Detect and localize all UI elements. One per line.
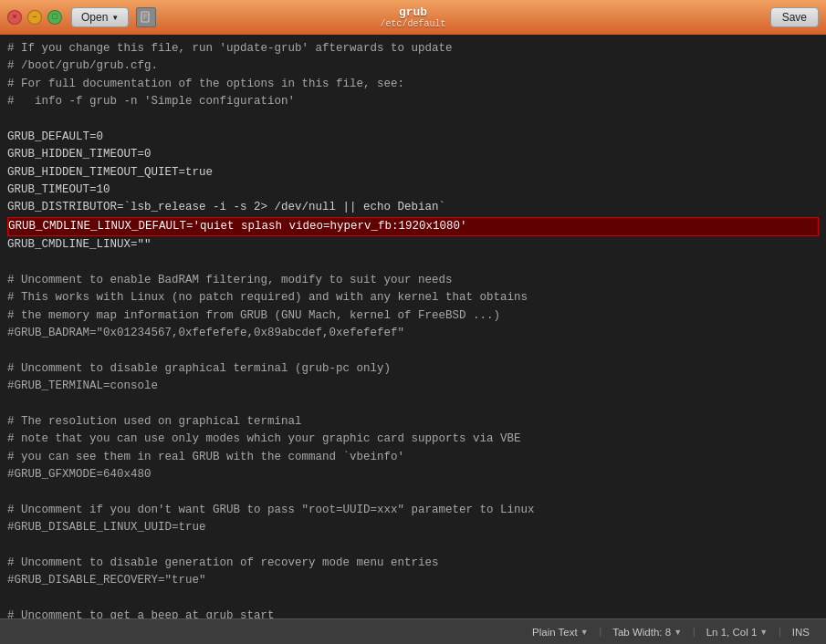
- code-line: # Uncomment to disable graphical termina…: [7, 360, 819, 378]
- code-line: # Uncomment to enable BadRAM filtering, …: [7, 272, 819, 289]
- plain-text-label: Plain Text: [532, 627, 578, 638]
- code-line: GRUB_TIMEOUT=10: [7, 182, 819, 199]
- maximize-button[interactable]: □: [47, 10, 62, 25]
- open-dropdown-arrow: ▼: [111, 14, 119, 22]
- minimize-button[interactable]: −: [27, 10, 42, 25]
- status-sep-1: |: [598, 627, 604, 638]
- code-line: # Uncomment to disable generation of rec…: [7, 555, 819, 572]
- tab-width-dropdown-arrow: ▼: [674, 628, 682, 637]
- statusbar: Plain Text ▼ | Tab Width: 8 ▼ | Ln 1, Co…: [0, 618, 826, 644]
- title-block: grub /etc/default: [380, 5, 445, 29]
- editor-content[interactable]: # If you change this file, run 'update-g…: [0, 35, 826, 618]
- status-sep-3: |: [777, 627, 783, 638]
- code-line: #GRUB_DISABLE_RECOVERY="true": [7, 572, 819, 589]
- code-line: GRUB_DISTRIBUTOR=`lsb_release -i -s 2> /…: [7, 199, 819, 216]
- code-line: # Uncomment if you don't want GRUB to pa…: [7, 502, 819, 519]
- code-line: # note that you can use only modes which…: [7, 431, 819, 448]
- status-sep-2: |: [691, 627, 697, 638]
- code-line: # you can see them in real GRUB with the…: [7, 449, 819, 466]
- code-line: [7, 111, 819, 129]
- code-line: GRUB_HIDDEN_TIMEOUT=0: [7, 146, 819, 163]
- titlebar: × − □ Open ▼ grub /etc/default Save: [0, 0, 826, 35]
- code-line: # the memory map information from GRUB (…: [7, 307, 819, 325]
- save-button[interactable]: Save: [770, 7, 819, 27]
- code-line: GRUB_HIDDEN_TIMEOUT_QUIET=true: [7, 164, 819, 182]
- open-label: Open: [81, 11, 108, 24]
- code-line: # This works with Linux (no patch requir…: [7, 289, 819, 306]
- code-line: # The resolution used on graphical termi…: [7, 413, 819, 431]
- code-line: [7, 590, 819, 608]
- window-filename: grub: [380, 5, 445, 19]
- code-line: # /boot/grub/grub.cfg.: [7, 57, 819, 75]
- code-line: #GRUB_GFXMODE=640x480: [7, 466, 819, 483]
- code-line: [7, 537, 819, 555]
- insert-mode: INS: [787, 627, 815, 638]
- language-selector[interactable]: Plain Text ▼: [527, 627, 594, 638]
- window-controls: × − □: [7, 10, 62, 25]
- open-button[interactable]: Open ▼: [71, 7, 129, 27]
- position-dropdown-arrow: ▼: [759, 628, 768, 637]
- close-button[interactable]: ×: [7, 10, 22, 25]
- language-dropdown-arrow: ▼: [580, 628, 589, 637]
- code-line: GRUB_CMDLINE_LINUX="": [7, 236, 819, 254]
- tab-width-label: Tab Width: 8: [612, 627, 671, 638]
- code-line: #GRUB_TERMINAL=console: [7, 378, 819, 395]
- code-line: # For full documentation of the options …: [7, 76, 819, 93]
- svg-rect-0: [141, 12, 149, 22]
- cursor-position: Ln 1, Col 1 ▼: [701, 627, 774, 638]
- position-label: Ln 1, Col 1: [706, 627, 758, 638]
- tab-width-selector[interactable]: Tab Width: 8 ▼: [607, 627, 687, 638]
- mode-label: INS: [792, 627, 810, 638]
- code-line: [7, 396, 819, 413]
- code-line: # info -f grub -n 'Simple configuration': [7, 93, 819, 110]
- code-line: [7, 254, 819, 272]
- code-line: GRUB_CMDLINE_LINUX_DEFAULT='quiet splash…: [7, 217, 819, 236]
- code-line: [7, 342, 819, 359]
- code-line: # Uncomment to get a beep at grub start: [7, 608, 819, 618]
- code-line: #GRUB_DISABLE_LINUX_UUID=true: [7, 519, 819, 536]
- document-icon: [140, 11, 152, 24]
- code-line: #GRUB_BADRAM="0x01234567,0xfefefefe,0x89…: [7, 325, 819, 342]
- code-line: [7, 483, 819, 501]
- code-line: GRUB_DEFAULT=0: [7, 129, 819, 146]
- code-line: # If you change this file, run 'update-g…: [7, 40, 819, 57]
- file-type-icon: [136, 7, 156, 27]
- window-filepath: /etc/default: [380, 19, 445, 29]
- editor-area: # If you change this file, run 'update-g…: [0, 35, 826, 618]
